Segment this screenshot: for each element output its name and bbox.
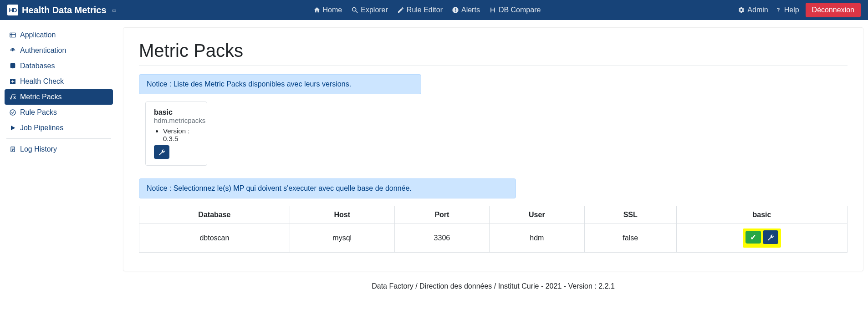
svg-point-0 bbox=[352, 8, 356, 11]
sidebar-item-label: Log History bbox=[20, 145, 57, 153]
alert-icon bbox=[452, 6, 459, 14]
svg-point-5 bbox=[778, 11, 778, 12]
pack-config-button[interactable] bbox=[154, 145, 169, 159]
pack-module: hdm.metricpacks bbox=[154, 117, 199, 124]
th-ssl: SSL bbox=[584, 206, 676, 224]
footer-text: Data Factory / Direction des données / I… bbox=[123, 279, 863, 301]
svg-rect-4 bbox=[455, 11, 455, 12]
pack-version: Version : 0.3.5 bbox=[163, 127, 199, 142]
sidebar-item-rule-packs[interactable]: Rule Packs bbox=[5, 105, 113, 120]
sidebar-divider bbox=[6, 138, 111, 139]
search-icon bbox=[351, 6, 358, 14]
nav-alerts[interactable]: Alerts bbox=[452, 6, 480, 14]
sidebar-item-job-pipelines[interactable]: Job Pipelines bbox=[5, 120, 113, 136]
nav-home-label: Home bbox=[323, 6, 342, 14]
nav-rule-editor-label: Rule Editor bbox=[407, 6, 443, 14]
app-title: Health Data Metrics bbox=[22, 5, 107, 15]
cell-port: 3306 bbox=[394, 224, 490, 253]
cell-user: hdm bbox=[490, 224, 584, 253]
nav-home[interactable]: Home bbox=[313, 6, 342, 14]
sidebar-item-label: Application bbox=[20, 31, 56, 39]
sidebar-item-application[interactable]: Application bbox=[5, 27, 113, 43]
wrench-icon bbox=[767, 234, 774, 241]
navbar-right: Admin Help Déconnexion bbox=[738, 3, 861, 17]
metric-pack-card: basic hdm.metricpacks Version : 0.3.5 bbox=[145, 102, 207, 166]
check-icon: ✓ bbox=[750, 233, 756, 242]
navbar-center: Home Explorer Rule Editor Alerts DB Comp… bbox=[313, 6, 541, 14]
sidebar: Application Authentication Databases Hea… bbox=[0, 20, 117, 301]
svg-line-1 bbox=[356, 11, 357, 13]
nav-admin-label: Admin bbox=[747, 6, 768, 14]
page-title: Metric Packs bbox=[139, 41, 848, 61]
pencil-icon bbox=[397, 6, 404, 14]
gears-icon bbox=[738, 6, 745, 14]
home-icon bbox=[313, 6, 321, 14]
sidebar-item-label: Rule Packs bbox=[20, 108, 57, 117]
th-host: Host bbox=[290, 206, 394, 224]
cell-host: mysql bbox=[290, 224, 394, 253]
table-header-row: Database Host Port User SSL basic bbox=[139, 206, 848, 224]
help-icon bbox=[775, 6, 782, 14]
row-config-button[interactable] bbox=[763, 230, 778, 244]
compare-icon bbox=[489, 6, 496, 14]
sidebar-item-label: Health Check bbox=[20, 77, 64, 86]
nav-help[interactable]: Help bbox=[775, 6, 799, 14]
nav-admin[interactable]: Admin bbox=[738, 6, 768, 14]
logout-button[interactable]: Déconnexion bbox=[806, 3, 861, 17]
main-content: Metric Packs Notice : Liste des Metric P… bbox=[117, 20, 868, 301]
title-divider bbox=[139, 66, 848, 66]
nav-explorer-label: Explorer bbox=[361, 6, 388, 14]
th-database: Database bbox=[139, 206, 290, 224]
cell-database: dbtoscan bbox=[139, 224, 290, 253]
pack-name: basic bbox=[154, 108, 199, 117]
nav-explorer[interactable]: Explorer bbox=[351, 6, 388, 14]
cell-ssl: false bbox=[584, 224, 676, 253]
table-row: dbtoscan mysql 3306 hdm false ✓ bbox=[139, 224, 848, 253]
broadcast-icon bbox=[9, 47, 16, 54]
nav-rule-editor[interactable]: Rule Editor bbox=[397, 6, 443, 14]
wrench-icon bbox=[158, 148, 165, 156]
cell-actions: ✓ bbox=[676, 224, 847, 253]
check-circle-icon bbox=[9, 109, 16, 116]
svg-point-12 bbox=[10, 110, 15, 115]
brand-link[interactable]: HD Health Data Metrics ▭ bbox=[7, 5, 116, 15]
clipboard-icon bbox=[9, 146, 16, 153]
db-table: Database Host Port User SSL basic dbtosc… bbox=[139, 206, 848, 253]
svg-rect-6 bbox=[10, 33, 15, 37]
sidebar-item-label: Databases bbox=[20, 62, 55, 70]
notice-select: Notice : Selectionnez le(s) MP qui doive… bbox=[139, 178, 516, 198]
nav-db-compare-label: DB Compare bbox=[499, 6, 541, 14]
action-highlight: ✓ bbox=[743, 229, 781, 248]
svg-rect-3 bbox=[455, 8, 455, 10]
enable-pack-button[interactable]: ✓ bbox=[745, 231, 761, 244]
sidebar-item-health-check[interactable]: Health Check bbox=[5, 74, 113, 89]
sidebar-item-log-history[interactable]: Log History bbox=[5, 142, 113, 157]
sqrt-icon bbox=[9, 93, 16, 101]
notice-packs: Notice : Liste des Metric Packs disponib… bbox=[139, 74, 421, 94]
svg-point-9 bbox=[12, 50, 13, 51]
sidebar-item-label: Job Pipelines bbox=[20, 124, 63, 132]
app-logo: HD bbox=[7, 5, 18, 15]
th-port: Port bbox=[394, 206, 490, 224]
th-user: User bbox=[490, 206, 584, 224]
plus-square-icon bbox=[9, 78, 16, 85]
navbar: HD Health Data Metrics ▭ Home Explorer R… bbox=[0, 0, 868, 20]
brand-indicator-icon: ▭ bbox=[112, 8, 116, 13]
play-icon bbox=[9, 124, 16, 132]
nav-help-label: Help bbox=[784, 6, 799, 14]
sidebar-item-databases[interactable]: Databases bbox=[5, 58, 113, 74]
sidebar-item-label: Metric Packs bbox=[20, 93, 62, 101]
th-basic: basic bbox=[676, 206, 847, 224]
nav-db-compare[interactable]: DB Compare bbox=[489, 6, 541, 14]
nav-alerts-label: Alerts bbox=[461, 6, 480, 14]
sidebar-item-authentication[interactable]: Authentication bbox=[5, 43, 113, 58]
sidebar-item-metric-packs[interactable]: Metric Packs bbox=[5, 89, 113, 105]
sidebar-item-label: Authentication bbox=[20, 46, 66, 55]
grid-icon bbox=[9, 31, 16, 39]
content-card: Metric Packs Notice : Liste des Metric P… bbox=[123, 27, 863, 271]
database-icon bbox=[9, 62, 16, 70]
